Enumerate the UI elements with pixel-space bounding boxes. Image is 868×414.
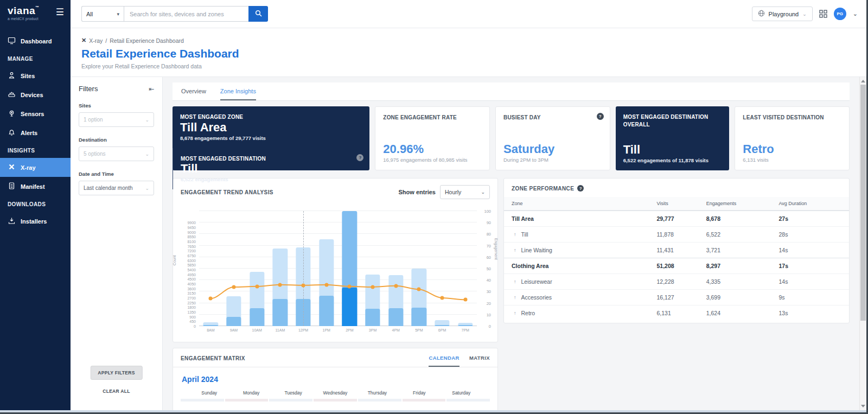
- kpi-value: Till: [181, 162, 362, 175]
- help-icon[interactable]: [356, 154, 363, 161]
- zone-cell: Line Waiting: [512, 247, 657, 253]
- kpi-busiest-day: BUSIEST DAY Saturday During 2PM to 3PM: [495, 106, 610, 170]
- kpi-value: Retro: [743, 143, 841, 155]
- sidebar-item-sites[interactable]: Sites: [0, 66, 71, 85]
- engagement-rate-point: [324, 283, 328, 286]
- chart-left-tick: 5850: [176, 263, 196, 267]
- chart-left-tick: 4950: [176, 272, 196, 276]
- sidebar-item-label: Manifest: [21, 183, 45, 190]
- table-row[interactable]: Clothing Area51,2088,29717s: [504, 258, 849, 273]
- org-selector[interactable]: Playground: [752, 7, 813, 21]
- app-window: viana a meldCX product DashboardMANAGESi…: [0, 0, 868, 414]
- sidebar-item-alerts[interactable]: Alerts: [0, 123, 71, 142]
- table-row[interactable]: Retro6,1311,62413s: [504, 305, 849, 321]
- kpi-value: Till: [623, 143, 722, 156]
- table-row[interactable]: Leisurewear12,2284,33514s: [504, 273, 849, 289]
- zone-table-header: ZoneVisitsEngagementsAvg Duration: [504, 197, 849, 211]
- hamburger-menu-icon[interactable]: [56, 8, 64, 17]
- avg-duration-cell: 17s: [778, 263, 841, 269]
- scroll-up-arrow[interactable]: [861, 80, 865, 82]
- sidebar-item-x-ray[interactable]: X-ray: [0, 158, 71, 177]
- sidebar-item-label: Dashboard: [21, 38, 52, 44]
- filter-label-sites: Sites: [79, 103, 154, 109]
- chart-left-tick: 7650: [176, 244, 196, 248]
- tab-overview[interactable]: Overview: [181, 82, 206, 100]
- sidebar-item-sensors[interactable]: Sensors: [0, 104, 71, 123]
- engagement-rate-point: [441, 296, 444, 300]
- engagements-cell: 1,624: [706, 310, 779, 316]
- engagement-trend-chart[interactable]: 0102030405060708090100045090013501800225…: [199, 211, 477, 326]
- table-row[interactable]: Line Waiting11,4313,72114s: [504, 242, 849, 258]
- sites-icon: [8, 71, 16, 80]
- apps-grid-icon[interactable]: [819, 10, 827, 18]
- search-input[interactable]: [124, 6, 248, 22]
- entries-interval-select[interactable]: Hourly: [440, 185, 490, 199]
- clear-all-button[interactable]: CLEAR ALL: [71, 388, 162, 394]
- kpi-subtext: During 2PM to 3PM: [503, 157, 602, 163]
- visits-cell: 12,228: [657, 278, 706, 285]
- zone-performance-title: ZONE PERFORMANCE: [512, 186, 574, 192]
- matrix-view-matrix[interactable]: MATRIX: [469, 355, 490, 367]
- visits-cell: 6,131: [657, 310, 706, 316]
- sidebar-item-devices[interactable]: Devices: [0, 85, 71, 104]
- chart-right-tick: 70: [487, 243, 491, 248]
- table-row[interactable]: Till11,8786,52228s: [504, 226, 849, 242]
- search-button[interactable]: [248, 6, 268, 22]
- engagement-matrix-card: ENGAGEMENT MATRIX CALENDAR MATRIX April …: [173, 348, 498, 410]
- chart-left-tick: 6750: [176, 253, 196, 257]
- kpi-card-most-engaged: MOST ENGAGED ZONE Till Area 8,678 engage…: [173, 106, 369, 170]
- table-row[interactable]: Accessories16,1273,6999s: [504, 289, 849, 305]
- sites-filter-select[interactable]: 1 option: [79, 112, 154, 127]
- chart-right-tick: 20: [487, 301, 491, 305]
- avg-duration-cell: 9s: [778, 294, 841, 301]
- sidebar-item-installers[interactable]: Installers: [0, 212, 71, 231]
- viana-logo[interactable]: viana a meldCX product: [8, 5, 40, 21]
- chart-left-tick: 9900: [176, 221, 196, 225]
- user-avatar[interactable]: PG: [834, 8, 846, 20]
- destination-filter-select[interactable]: 5 options: [79, 147, 154, 161]
- help-icon[interactable]: [597, 113, 604, 120]
- matrix-view-calendar[interactable]: CALENDAR: [429, 355, 459, 367]
- chart-left-tick: 9000: [176, 230, 196, 234]
- tab-zone-insights[interactable]: Zone Insights: [220, 82, 256, 100]
- table-row[interactable]: Till Area29,7778,67827s: [504, 211, 849, 226]
- breadcrumb-current: Retail Experience Dashboard: [110, 37, 184, 44]
- kpi-value: 20.96%: [383, 143, 482, 155]
- vertical-scrollbar[interactable]: [859, 77, 866, 410]
- engagement-rate-point: [302, 283, 305, 287]
- chevron-down-icon: [145, 151, 149, 157]
- breadcrumb-root[interactable]: X-ray: [89, 37, 103, 44]
- engagement-rate-point: [209, 297, 213, 301]
- collapse-panel-icon[interactable]: [149, 85, 154, 93]
- kpi-title: MOST ENGAGED DESTINATION OVERALL: [623, 113, 722, 128]
- datetime-filter-select[interactable]: Last calendar month: [79, 181, 154, 195]
- apply-filters-button[interactable]: APPLY FILTERS: [90, 366, 142, 380]
- search-scope-select[interactable]: All: [81, 6, 124, 22]
- chart-x-label: 8AM: [199, 328, 222, 332]
- kpi-subtext: 6,522 engagements of 11,878 visits: [623, 157, 722, 163]
- chart-right-tick: 80: [487, 232, 491, 237]
- dashboard-icon: [8, 36, 16, 46]
- sidebar-item-manifest[interactable]: Manifest: [0, 177, 71, 196]
- engagement-rate-point: [463, 298, 467, 302]
- chart-x-label: 2PM: [338, 328, 361, 332]
- help-icon[interactable]: [577, 185, 584, 192]
- chart-right-tick: 0: [489, 324, 491, 329]
- chart-left-tick: 1800: [176, 305, 196, 309]
- chart-right-tick: 30: [487, 289, 491, 294]
- kpi-title: BUSIEST DAY: [503, 114, 602, 122]
- breadcrumb-separator: /: [105, 37, 107, 44]
- scroll-down-arrow[interactable]: [861, 405, 865, 407]
- logo-text: viana: [8, 5, 40, 16]
- content-row: ENGAGEMENT TREND ANALYSIS Show entries H…: [173, 178, 850, 410]
- zone-cell: Till Area: [512, 215, 657, 222]
- visits-cell: 11,878: [657, 231, 706, 238]
- engagements-cell: 8,297: [706, 263, 779, 269]
- sidebar-item-dashboard[interactable]: Dashboard: [0, 31, 71, 50]
- scrollbar-thumb[interactable]: [860, 85, 866, 321]
- engagements-cell: 4,335: [706, 278, 779, 285]
- filter-label-datetime: Date and Time: [79, 171, 154, 177]
- logo-row: viana a meldCX product: [0, 0, 71, 24]
- calendar-weekday-header: SundayMondayTuesdayWednesdayThursdayFrid…: [173, 390, 497, 396]
- user-menu-chevron-icon[interactable]: [853, 10, 858, 17]
